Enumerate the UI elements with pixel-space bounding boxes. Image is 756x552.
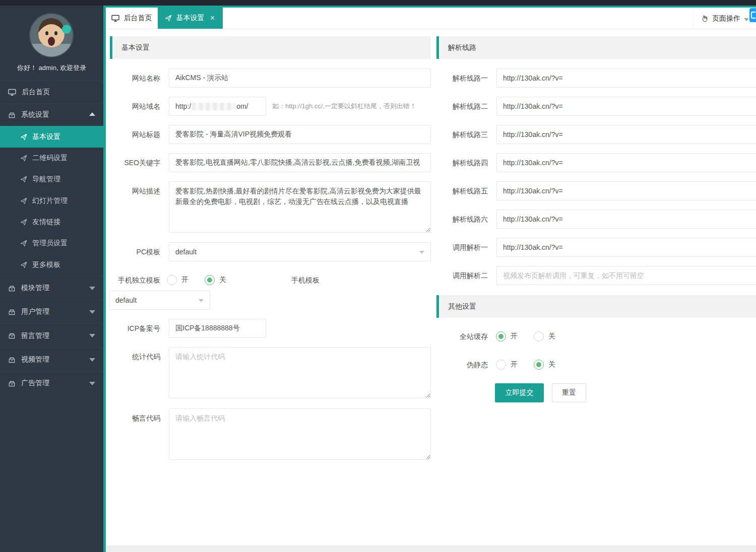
chevron-down-icon: [89, 358, 95, 362]
radio-on[interactable]: [167, 275, 177, 285]
sidebar-item-label: 系统设置: [21, 110, 49, 119]
domain-suffix: om/: [236, 102, 248, 110]
chevron-down-icon: [89, 382, 95, 385]
sidebar-item-video-management[interactable]: 视频管理: [0, 348, 103, 371]
parse-line-5-input[interactable]: [496, 181, 756, 200]
mobile-independent-label: 手机独立模板: [101, 270, 160, 290]
sidebar-item-label: 留言管理: [21, 331, 49, 340]
send-icon: [20, 197, 27, 204]
site-cache-radio-group: 开 关: [496, 327, 555, 346]
sidebar-item-label: 导航管理: [32, 175, 60, 184]
site-domain-input[interactable]: http:/ om/: [169, 97, 266, 116]
radio-off-label: 关: [219, 275, 226, 285]
sidebar-item-label: 更多模板: [32, 260, 60, 269]
sidebar-item-label: 后台首页: [22, 88, 50, 97]
sidebar-item-system-settings[interactable]: 系统设置: [0, 103, 103, 126]
parse-line-6-label: 解析线路六: [428, 210, 488, 229]
site-name-input[interactable]: [169, 68, 431, 88]
send-icon: [20, 133, 27, 141]
pc-template-label: PC模板: [101, 242, 160, 261]
radio-on[interactable]: [496, 331, 506, 341]
submit-button[interactable]: 立即提交: [495, 383, 544, 402]
sidebar-item-nav-management[interactable]: 导航管理: [0, 169, 103, 190]
parse-line-2-label: 解析线路二: [428, 97, 488, 116]
site-desc-label: 网站描述: [101, 181, 160, 200]
monitor-icon: [111, 14, 119, 22]
parse-line-1-input[interactable]: [496, 68, 756, 88]
sidebar-item-label: 视频管理: [21, 355, 49, 364]
call-parse-1-label: 调用解析一: [428, 238, 488, 257]
parse-line-2-input[interactable]: [496, 97, 756, 116]
selected-value: default: [115, 296, 137, 304]
sidebar-item-label: 管理员设置: [32, 239, 68, 248]
changyan-code-label: 畅言代码: [101, 408, 160, 428]
floating-widget-badge[interactable]: [749, 8, 756, 22]
content-bottom-strip: [106, 545, 756, 552]
changyan-code-textarea[interactable]: [169, 408, 431, 460]
chevron-up-icon: [89, 112, 95, 116]
sidebar-item-slideshow-management[interactable]: 幻灯片管理: [0, 190, 103, 212]
radio-off[interactable]: [534, 331, 544, 341]
seo-keywords-input[interactable]: [169, 153, 431, 172]
radio-off[interactable]: [534, 360, 544, 370]
tab-label: 基本设置: [176, 14, 205, 23]
site-title-label: 网站标题: [101, 125, 160, 144]
tab-home[interactable]: 后台首页: [106, 8, 158, 29]
icp-label: ICP备案号: [101, 319, 160, 338]
stats-code-textarea[interactable]: [169, 347, 431, 398]
parse-line-6-input[interactable]: [496, 210, 756, 229]
sidebar-item-basic-settings[interactable]: 基本设置: [0, 126, 103, 148]
site-title-input[interactable]: [169, 125, 431, 144]
stats-code-label: 统计代码: [101, 347, 160, 366]
tab-basic-settings[interactable]: 基本设置: [158, 8, 223, 29]
parse-line-4-input[interactable]: [496, 153, 756, 172]
sidebar-item-home[interactable]: 后台首页: [0, 81, 103, 103]
mobile-template-select[interactable]: default: [109, 291, 210, 310]
selected-value: default: [175, 248, 197, 256]
sidebar-item-admin-settings[interactable]: 管理员设置: [0, 233, 103, 254]
sidebar-item-friend-links[interactable]: 友情链接: [0, 212, 103, 233]
radio-on-label: 开: [181, 275, 188, 285]
chevron-down-icon: [199, 299, 204, 302]
send-icon: [20, 219, 27, 226]
parse-lines-panel-header: 解析线路: [436, 36, 756, 59]
site-desc-textarea[interactable]: 爱客影院,热剧快播,最好看的剧情片尽在爱客影院,高清云影视免费为大家提供最新最全…: [169, 181, 431, 233]
sidebar-item-label: 二维码设置: [32, 154, 68, 163]
sidebar-item-module-management[interactable]: 模块管理: [0, 276, 103, 300]
sidebar-item-message-management[interactable]: 留言管理: [0, 323, 103, 348]
page-actions-label: 页面操作: [712, 14, 740, 23]
chevron-down-icon: [744, 18, 749, 21]
radio-off-label: 关: [548, 360, 555, 369]
hand-pointer-icon: [701, 15, 709, 23]
parse-line-3-input[interactable]: [496, 125, 756, 144]
sidebar-item-ad-management[interactable]: 广告管理: [0, 371, 103, 395]
domain-hint-text: 如：http://1gh.cc/,一定要以斜杠结尾，否则出错！: [272, 97, 416, 116]
greeting-text: 你好！ admin, 欢迎登录: [0, 63, 103, 73]
icp-input[interactable]: [169, 319, 266, 338]
sidebar-item-label: 幻灯片管理: [32, 196, 68, 205]
sidebar-item-label: 用户管理: [21, 307, 49, 316]
send-icon: [165, 15, 172, 22]
avatar[interactable]: [29, 13, 74, 58]
pc-template-select[interactable]: default: [169, 242, 431, 261]
panel-title: 其他设置: [448, 302, 476, 311]
sidebar-item-user-management[interactable]: 用户管理: [0, 300, 103, 323]
radio-on-label: 开: [511, 360, 518, 369]
close-icon[interactable]: [209, 15, 216, 22]
radio-on[interactable]: [496, 360, 506, 370]
other-settings-panel-header: 其他设置: [436, 295, 756, 318]
drawer-icon: [8, 285, 16, 292]
radio-off[interactable]: [205, 275, 215, 285]
sidebar-item-label: 广告管理: [21, 379, 49, 388]
reset-button[interactable]: 重置: [552, 383, 586, 402]
call-parse-2-input[interactable]: [496, 266, 756, 285]
send-icon: [20, 155, 27, 162]
radio-on-label: 开: [511, 332, 518, 341]
sidebar-item-more-templates[interactable]: 更多模板: [0, 254, 103, 276]
send-icon: [20, 261, 27, 268]
call-parse-2-label: 调用解析二: [428, 266, 488, 285]
sidebar-item-qrcode-settings[interactable]: 二维码设置: [0, 148, 103, 169]
call-parse-1-input[interactable]: [496, 238, 756, 257]
drawer-icon: [8, 332, 16, 339]
page-actions-button[interactable]: 页面操作: [693, 8, 756, 29]
